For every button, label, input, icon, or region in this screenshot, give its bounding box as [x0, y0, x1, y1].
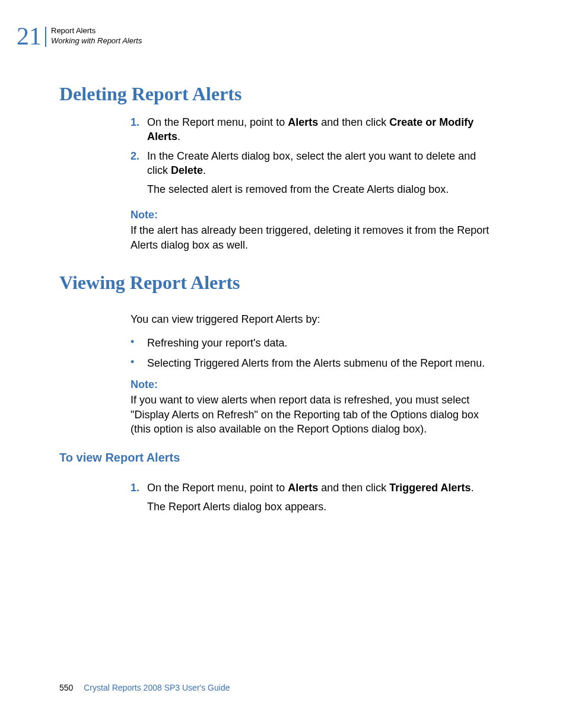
text-fragment: and then click	[318, 116, 389, 128]
text-bold: Alerts	[288, 116, 318, 128]
list-item: • Selecting Triggered Alerts from the Al…	[131, 356, 498, 370]
bullet-icon: •	[131, 356, 147, 370]
footer-title: Crystal Reports 2008 SP3 User's Guide	[84, 683, 230, 692]
heading-deleting-report-alerts: Deleting Report Alerts	[59, 83, 241, 105]
step-result: The selected alert is removed from the C…	[147, 182, 498, 196]
text-fragment: .	[203, 164, 206, 176]
text-fragment: On the Report menu, point to	[147, 482, 288, 494]
step-text: On the Report menu, point to Alerts and …	[147, 481, 498, 495]
step-number: 2.	[131, 149, 147, 178]
header-text: Report Alerts Working with Report Alerts	[51, 26, 142, 46]
step-number: 1.	[131, 115, 147, 144]
list-item: • Refreshing your report's data.	[131, 336, 498, 350]
chapter-number: 21	[17, 24, 45, 49]
note-label: Note:	[131, 377, 498, 392]
bullet-text: Refreshing your report's data.	[147, 336, 498, 350]
text-fragment: and then click	[318, 482, 389, 494]
text-fragment: On the Report menu, point to	[147, 116, 288, 128]
header-chapter-title: Report Alerts	[51, 26, 142, 36]
bullet-text: Selecting Triggered Alerts from the Aler…	[147, 356, 498, 370]
text-fragment: .	[177, 131, 180, 142]
note-label: Note:	[131, 208, 498, 222]
bullet-icon: •	[131, 336, 147, 350]
section2-steps: 1. On the Report menu, point to Alerts a…	[131, 481, 498, 516]
section2-bullets: • Refreshing your report's data. • Selec…	[131, 332, 498, 377]
text-bold: Delete	[171, 164, 203, 176]
list-item: 2. In the Create Alerts dialog box, sele…	[131, 149, 498, 178]
step-text: On the Report menu, point to Alerts and …	[147, 115, 498, 144]
list-item: 1. On the Report menu, point to Alerts a…	[131, 115, 498, 144]
page-header: 21 Report Alerts Working with Report Ale…	[17, 24, 142, 49]
text-fragment: .	[471, 482, 474, 494]
section2-intro: You can view triggered Report Alerts by:	[131, 312, 498, 326]
text-bold: Triggered Alerts	[389, 482, 470, 494]
note-text: If you want to view alerts when report d…	[131, 393, 498, 436]
section1-note: Note: If the alert has already been trig…	[131, 208, 498, 252]
header-section-title: Working with Report Alerts	[51, 36, 142, 46]
section2-note: Note: If you want to view alerts when re…	[131, 377, 498, 436]
section1-steps: 1. On the Report menu, point to Alerts a…	[131, 115, 498, 198]
header-divider	[45, 27, 46, 47]
list-item: 1. On the Report menu, point to Alerts a…	[131, 481, 498, 495]
page-number: 550	[59, 683, 73, 692]
subheading-to-view-report-alerts: To view Report Alerts	[59, 451, 180, 465]
heading-viewing-report-alerts: Viewing Report Alerts	[59, 272, 240, 294]
page-footer: 550 Crystal Reports 2008 SP3 User's Guid…	[59, 683, 230, 692]
step-text: In the Create Alerts dialog box, select …	[147, 149, 498, 178]
step-number: 1.	[131, 481, 147, 495]
step-result: The Report Alerts dialog box appears.	[147, 500, 498, 514]
text-bold: Alerts	[288, 482, 318, 494]
note-text: If the alert has already been triggered,…	[131, 223, 498, 252]
